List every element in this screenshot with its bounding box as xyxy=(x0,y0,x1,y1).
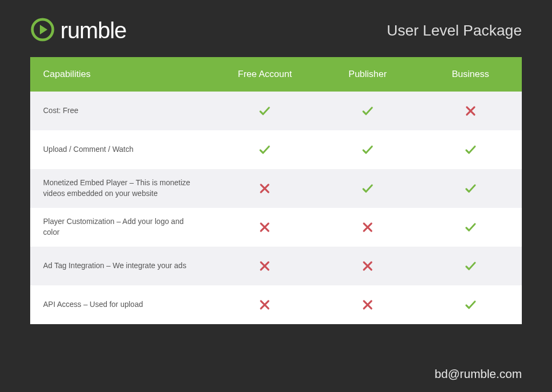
check-icon xyxy=(361,143,374,156)
tier-cell xyxy=(213,298,316,311)
capability-label: API Access – Used for upload xyxy=(30,291,213,319)
tier-cell xyxy=(419,260,522,272)
check-icon xyxy=(258,104,271,117)
table-row: Monetized Embed Player – This is monetiz… xyxy=(30,169,522,208)
check-icon xyxy=(361,104,374,117)
check-icon xyxy=(361,182,374,195)
check-icon xyxy=(464,221,477,234)
tier-cell xyxy=(419,104,522,117)
table-row: Player Customization – Add your logo and… xyxy=(30,208,522,247)
tier-cell xyxy=(316,260,419,272)
play-icon xyxy=(30,17,55,44)
table-row: Cost: Free xyxy=(30,92,522,130)
capability-label: Upload / Comment / Watch xyxy=(30,136,213,164)
cross-icon xyxy=(258,221,271,234)
tier-cell xyxy=(419,221,522,234)
capability-label: Monetized Embed Player – This is monetiz… xyxy=(30,169,213,207)
tier-cell xyxy=(419,182,522,195)
check-icon xyxy=(464,260,477,272)
capability-label: Player Customization – Add your logo and… xyxy=(30,208,213,246)
brand-name: rumble xyxy=(60,18,126,44)
check-icon xyxy=(464,298,477,311)
tier-cell xyxy=(316,298,419,311)
capability-label: Ad Tag Integration – We integrate your a… xyxy=(30,252,213,280)
table-row: API Access – Used for upload xyxy=(30,285,522,324)
capability-label: Cost: Free xyxy=(30,97,213,125)
header-tier-free: Free Account xyxy=(213,69,316,80)
contact-email: bd@rumble.com xyxy=(434,367,522,381)
check-icon xyxy=(258,143,271,156)
cross-icon xyxy=(464,104,477,117)
table-row: Ad Tag Integration – We integrate your a… xyxy=(30,247,522,285)
tier-cell xyxy=(419,143,522,156)
tier-cell xyxy=(419,298,522,311)
tier-cell xyxy=(213,104,316,117)
tier-cell xyxy=(213,221,316,234)
tier-cell xyxy=(213,143,316,156)
page-title: User Level Package xyxy=(387,22,522,39)
cross-icon xyxy=(258,182,271,195)
cross-icon xyxy=(361,221,374,234)
cross-icon xyxy=(361,298,374,311)
header-tier-publisher: Publisher xyxy=(316,69,419,80)
brand-logo: rumble xyxy=(30,17,126,44)
tier-cell xyxy=(316,143,419,156)
header-tier-business: Business xyxy=(419,69,522,80)
tier-cell xyxy=(316,104,419,117)
comparison-table: Capabilities Free Account Publisher Busi… xyxy=(30,57,522,324)
tier-cell xyxy=(316,221,419,234)
table-row: Upload / Comment / Watch xyxy=(30,130,522,169)
tier-cell xyxy=(213,182,316,195)
tier-cell xyxy=(316,182,419,195)
header-capabilities: Capabilities xyxy=(30,59,213,89)
page-header: rumble User Level Package xyxy=(0,0,552,57)
cross-icon xyxy=(258,260,271,272)
table-header-row: Capabilities Free Account Publisher Busi… xyxy=(30,57,522,92)
cross-icon xyxy=(258,298,271,311)
cross-icon xyxy=(361,260,374,272)
check-icon xyxy=(464,143,477,156)
check-icon xyxy=(464,182,477,195)
tier-cell xyxy=(213,260,316,272)
